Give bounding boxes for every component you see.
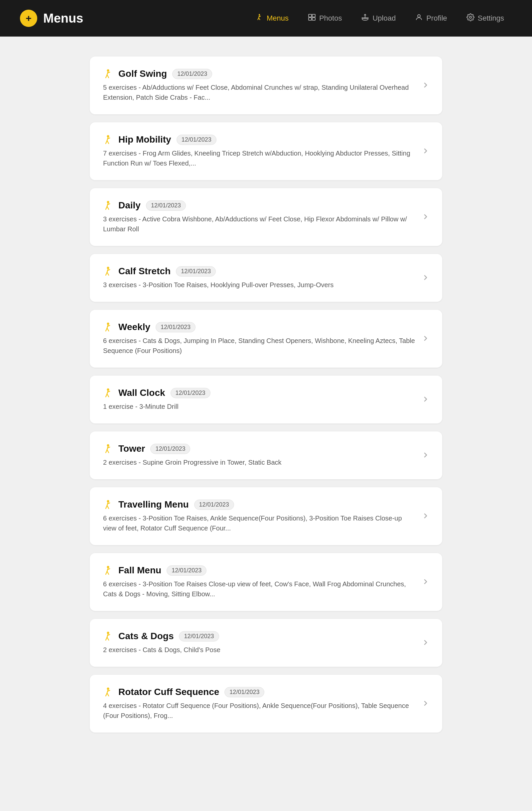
main-nav: Menus Photos bbox=[247, 9, 512, 27]
menu-card-header: Tower 12/01/2023 bbox=[103, 443, 416, 454]
menu-card-header: Golf Swing 12/01/2023 bbox=[103, 68, 416, 79]
chevron-right-icon bbox=[422, 212, 429, 223]
figure-icon bbox=[103, 565, 113, 575]
chevron-right-icon bbox=[422, 273, 429, 283]
menu-date-badge: 12/01/2023 bbox=[225, 687, 264, 697]
menu-description: 1 exercise - 3-Minute Drill bbox=[103, 401, 416, 412]
svg-rect-7 bbox=[308, 18, 311, 20]
menu-description: 6 exercises - Cats & Dogs, Jumping In Pl… bbox=[103, 336, 416, 356]
figure-icon bbox=[103, 388, 113, 398]
svg-line-1 bbox=[259, 15, 259, 18]
menu-description: 5 exercises - Ab/Adductions w/ Feet Clos… bbox=[103, 82, 416, 102]
figure-icon bbox=[103, 631, 113, 641]
figure-icon bbox=[103, 69, 113, 79]
chevron-right-icon bbox=[422, 395, 429, 405]
profile-icon bbox=[415, 13, 423, 23]
menu-description: 3 exercises - 3-Position Toe Raises, Hoo… bbox=[103, 280, 416, 290]
menu-card[interactable]: Cats & Dogs 12/01/2023 2 exercises - Cat… bbox=[90, 619, 442, 667]
menu-card-header: Daily 12/01/2023 bbox=[103, 200, 416, 211]
menu-card-content: Fall Menu 12/01/2023 6 exercises - 3-Pos… bbox=[103, 565, 416, 599]
menu-card-header: Calf Stretch 12/01/2023 bbox=[103, 266, 416, 277]
menu-title: Daily bbox=[118, 200, 141, 211]
chevron-right-icon bbox=[422, 638, 429, 648]
svg-line-39 bbox=[107, 394, 109, 397]
svg-line-64 bbox=[107, 693, 109, 696]
logo-area: + Menus bbox=[20, 10, 83, 27]
figure-icon bbox=[103, 322, 113, 332]
menu-card[interactable]: Calf Stretch 12/01/2023 3 exercises - 3-… bbox=[90, 254, 442, 302]
menu-card-content: Weekly 12/01/2023 6 exercises - Cats & D… bbox=[103, 322, 416, 356]
menu-card-header: Travelling Menu 12/01/2023 bbox=[103, 499, 416, 510]
nav-item-settings[interactable]: Settings bbox=[458, 9, 512, 27]
svg-rect-6 bbox=[312, 14, 315, 17]
chevron-right-icon bbox=[422, 699, 429, 709]
menu-card[interactable]: Golf Swing 12/01/2023 5 exercises - Ab/A… bbox=[90, 57, 442, 114]
svg-line-24 bbox=[107, 206, 109, 210]
settings-icon bbox=[467, 13, 474, 23]
menu-date-badge: 12/01/2023 bbox=[170, 388, 211, 398]
nav-item-menus[interactable]: Menus bbox=[247, 9, 297, 27]
menu-card-header: Wall Clock 12/01/2023 bbox=[103, 387, 416, 398]
logo-plus: + bbox=[26, 13, 32, 24]
menu-date-badge: 12/01/2023 bbox=[146, 200, 186, 211]
chevron-right-icon bbox=[422, 146, 429, 156]
menu-card-header: Fall Menu 12/01/2023 bbox=[103, 565, 416, 576]
menu-card[interactable]: Rotator Cuff Sequence 12/01/2023 4 exerc… bbox=[90, 675, 442, 733]
menu-title: Calf Stretch bbox=[118, 266, 170, 277]
upload-icon bbox=[361, 13, 369, 23]
menu-card[interactable]: Weekly 12/01/2023 6 exercises - Cats & D… bbox=[90, 310, 442, 368]
nav-menus-label: Menus bbox=[267, 14, 289, 22]
menu-title: Fall Menu bbox=[118, 565, 161, 576]
menu-date-badge: 12/01/2023 bbox=[150, 444, 190, 454]
menu-title: Rotator Cuff Sequence bbox=[118, 687, 219, 697]
menu-card[interactable]: Hip Mobility 12/01/2023 7 exercises - Fr… bbox=[90, 122, 442, 180]
svg-line-3 bbox=[259, 18, 260, 20]
app-title: Menus bbox=[43, 11, 83, 26]
figure-icon bbox=[103, 200, 113, 210]
menu-card-content: Wall Clock 12/01/2023 1 exercise - 3-Min… bbox=[103, 387, 416, 412]
figure-icon bbox=[103, 687, 113, 697]
menu-card-content: Rotator Cuff Sequence 12/01/2023 4 exerc… bbox=[103, 687, 416, 721]
menu-card-content: Tower 12/01/2023 2 exercises - Supine Gr… bbox=[103, 443, 416, 467]
menu-card[interactable]: Travelling Menu 12/01/2023 6 exercises -… bbox=[90, 487, 442, 545]
menu-card[interactable]: Daily 12/01/2023 3 exercises - Active Co… bbox=[90, 188, 442, 246]
chevron-right-icon bbox=[422, 334, 429, 344]
svg-rect-5 bbox=[308, 14, 311, 17]
svg-line-44 bbox=[107, 450, 109, 453]
menu-card-content: Travelling Menu 12/01/2023 6 exercises -… bbox=[103, 499, 416, 533]
figure-icon bbox=[103, 500, 113, 509]
menu-card[interactable]: Tower 12/01/2023 2 exercises - Supine Gr… bbox=[90, 431, 442, 479]
menu-card-content: Daily 12/01/2023 3 exercises - Active Co… bbox=[103, 200, 416, 234]
menu-description: 7 exercises - Frog Arm Glides, Kneeling … bbox=[103, 148, 416, 168]
svg-line-29 bbox=[107, 272, 109, 275]
menu-description: 6 exercises - 3-Position Toe Raises, Ank… bbox=[103, 513, 416, 533]
main-content: Golf Swing 12/01/2023 5 exercises - Ab/A… bbox=[83, 36, 449, 761]
nav-item-profile[interactable]: Profile bbox=[407, 9, 455, 27]
menus-icon bbox=[255, 13, 263, 23]
svg-line-54 bbox=[107, 571, 109, 575]
nav-photos-label: Photos bbox=[319, 14, 342, 22]
menu-date-badge: 12/01/2023 bbox=[156, 322, 196, 332]
menu-date-badge: 12/01/2023 bbox=[167, 565, 207, 576]
menu-list: Golf Swing 12/01/2023 5 exercises - Ab/A… bbox=[90, 57, 442, 733]
nav-item-photos[interactable]: Photos bbox=[300, 9, 350, 27]
menu-card-header: Rotator Cuff Sequence 12/01/2023 bbox=[103, 687, 416, 697]
menu-title: Travelling Menu bbox=[118, 499, 189, 510]
nav-settings-label: Settings bbox=[478, 14, 504, 22]
menu-card-content: Hip Mobility 12/01/2023 7 exercises - Fr… bbox=[103, 134, 416, 168]
menu-description: 4 exercises - Rotator Cuff Sequence (Fou… bbox=[103, 701, 416, 721]
menu-description: 2 exercises - Supine Groin Progressive i… bbox=[103, 457, 416, 467]
menu-card-header: Cats & Dogs 12/01/2023 bbox=[103, 631, 416, 642]
svg-line-49 bbox=[107, 506, 109, 508]
nav-profile-label: Profile bbox=[426, 14, 447, 22]
menu-card[interactable]: Wall Clock 12/01/2023 1 exercise - 3-Min… bbox=[90, 376, 442, 424]
menu-date-badge: 12/01/2023 bbox=[177, 135, 216, 145]
photos-icon bbox=[308, 13, 316, 23]
svg-line-4 bbox=[259, 16, 261, 17]
menu-card[interactable]: Fall Menu 12/01/2023 6 exercises - 3-Pos… bbox=[90, 553, 442, 611]
nav-item-upload[interactable]: Upload bbox=[353, 9, 404, 27]
chevron-right-icon bbox=[422, 511, 429, 521]
menu-date-badge: 12/01/2023 bbox=[179, 631, 219, 642]
menu-date-badge: 12/01/2023 bbox=[172, 69, 212, 79]
figure-icon bbox=[103, 135, 113, 144]
